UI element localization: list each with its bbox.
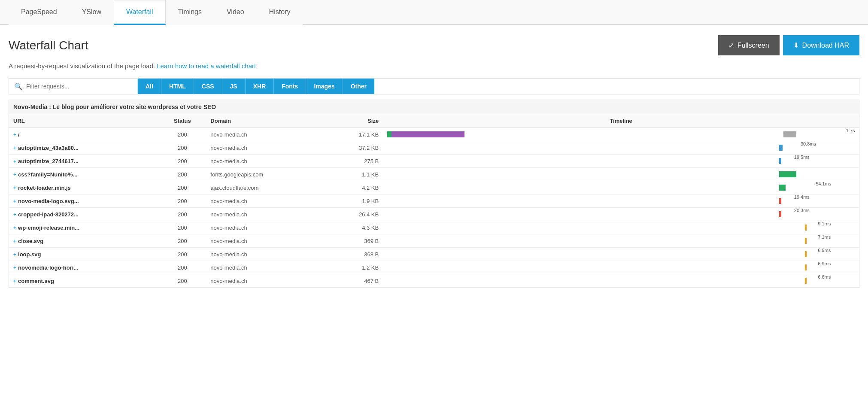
col-url: URL xyxy=(9,114,158,128)
expand-icon[interactable]: + xyxy=(13,212,16,218)
row-url: +close.svg xyxy=(9,234,158,248)
table-row[interactable]: +cropped-ipad-820272...200novo-media.ch2… xyxy=(9,208,859,221)
tab-history[interactable]: History xyxy=(257,0,303,25)
filter-btn-fonts[interactable]: Fonts xyxy=(274,79,306,94)
timeline-green-bar xyxy=(387,131,392,137)
timeline-label: 9.1ms xyxy=(818,221,831,226)
table-row[interactable]: +wp-emoji-release.min...200novo-media.ch… xyxy=(9,221,859,234)
expand-icon[interactable]: + xyxy=(13,278,16,284)
timeline-label: 30.8ms xyxy=(801,141,816,146)
filter-btn-images[interactable]: Images xyxy=(306,79,343,94)
row-status: 200 xyxy=(158,234,206,248)
download-har-button[interactable]: ⬇ Download HAR xyxy=(783,35,859,55)
tab-waterfall[interactable]: Waterfall xyxy=(114,0,166,25)
expand-icon[interactable]: + xyxy=(13,252,16,258)
row-url: +/ xyxy=(9,128,158,141)
table-row[interactable]: +novo-media-logo.svg...200novo-media.ch1… xyxy=(9,194,859,208)
timeline-label: 20.3ms xyxy=(794,208,810,213)
filter-buttons: All HTML CSS JS XHR Fonts Images Other xyxy=(138,79,374,94)
row-url: +comment.svg xyxy=(9,274,158,288)
row-url: +novo-media-logo.svg... xyxy=(9,194,158,208)
fullscreen-label: Fullscreen xyxy=(737,42,769,49)
row-timeline: 7.1ms xyxy=(383,234,859,248)
table-row[interactable]: +rocket-loader.min.js200ajax.cloudflare.… xyxy=(9,181,859,194)
row-domain: novo-media.ch xyxy=(206,128,328,141)
expand-icon[interactable]: + xyxy=(13,265,16,271)
download-icon: ⬇ xyxy=(793,41,799,49)
row-size: 17.1 KB xyxy=(328,128,383,141)
expand-icon[interactable]: + xyxy=(13,172,16,178)
row-url: +loop.svg xyxy=(9,248,158,261)
row-size: 4.3 KB xyxy=(328,221,383,234)
timeline-label: 54.1ms xyxy=(816,181,831,186)
table-row[interactable]: +close.svg200novo-media.ch369 B7.1ms xyxy=(9,234,859,248)
timeline-label: 7.1ms xyxy=(818,234,831,240)
row-domain: novo-media.ch xyxy=(206,234,328,248)
row-status: 200 xyxy=(158,248,206,261)
timeline-bar xyxy=(805,225,807,231)
table-row[interactable]: +loop.svg200novo-media.ch368 B6.9ms xyxy=(9,248,859,261)
timeline-label: 19.4ms xyxy=(794,194,810,200)
row-domain: novo-media.ch xyxy=(206,248,328,261)
filter-bar: 🔍 All HTML CSS JS XHR Fonts Images Other xyxy=(9,78,859,94)
filter-btn-js[interactable]: JS xyxy=(222,79,246,94)
timeline-bar xyxy=(779,198,781,204)
row-size: 369 B xyxy=(328,234,383,248)
timeline-green-bar xyxy=(779,171,783,177)
row-size: 368 B xyxy=(328,248,383,261)
timeline-bar xyxy=(387,131,464,137)
timeline-bar xyxy=(779,145,783,151)
expand-icon[interactable]: + xyxy=(13,185,16,191)
timeline-bar xyxy=(805,238,807,244)
row-domain: novo-media.ch xyxy=(206,221,328,234)
filter-btn-css[interactable]: CSS xyxy=(194,79,222,94)
expand-icon[interactable]: + xyxy=(13,238,16,244)
expand-icon[interactable]: + xyxy=(13,158,16,164)
row-url: +css?family=Nunito%... xyxy=(9,168,158,181)
filter-btn-all[interactable]: All xyxy=(138,79,161,94)
tab-timings[interactable]: Timings xyxy=(166,0,214,25)
row-timeline: 30.8ms xyxy=(383,141,859,155)
table-row[interactable]: +/200novo-media.ch17.1 KB1.7s xyxy=(9,128,859,141)
row-url: +rocket-loader.min.js xyxy=(9,181,158,194)
row-domain: novo-media.ch xyxy=(206,208,328,221)
row-size: 1.2 KB xyxy=(328,261,383,274)
fullscreen-button[interactable]: ⤢ Fullscreen xyxy=(718,35,780,55)
row-size: 275 B xyxy=(328,155,383,168)
table-row[interactable]: +novomedia-logo-hori...200novo-media.ch1… xyxy=(9,261,859,274)
header-buttons: ⤢ Fullscreen ⬇ Download HAR xyxy=(718,35,859,55)
expand-icon[interactable]: + xyxy=(13,132,16,138)
row-status: 200 xyxy=(158,261,206,274)
table-row[interactable]: +autoptimize_43a3a80...200novo-media.ch3… xyxy=(9,141,859,155)
expand-icon[interactable]: + xyxy=(13,225,16,231)
search-input[interactable] xyxy=(26,83,132,90)
row-timeline: 20.3ms xyxy=(383,208,859,221)
row-size: 467 B xyxy=(328,274,383,288)
expand-icon[interactable]: + xyxy=(13,198,16,204)
row-size: 37.2 KB xyxy=(328,141,383,155)
learn-link[interactable]: Learn how to read a waterfall chart xyxy=(157,62,256,70)
row-url: +autoptimize_43a3a80... xyxy=(9,141,158,155)
expand-icon[interactable]: + xyxy=(13,145,16,151)
filter-btn-other[interactable]: Other xyxy=(343,79,374,94)
table-row[interactable]: +css?family=Nunito%...200fonts.googleapi… xyxy=(9,168,859,181)
filter-search-area: 🔍 xyxy=(9,79,138,94)
tab-video[interactable]: Video xyxy=(214,0,257,25)
search-icon: 🔍 xyxy=(14,82,23,91)
filter-btn-html[interactable]: HTML xyxy=(161,79,194,94)
timeline-bar xyxy=(805,264,807,270)
table-row[interactable]: +autoptimize_2744617...200novo-media.ch2… xyxy=(9,155,859,168)
tab-pagespeed[interactable]: PageSpeed xyxy=(9,0,70,25)
tab-yslow[interactable]: YSlow xyxy=(70,0,114,25)
row-timeline: 6.9ms xyxy=(383,248,859,261)
column-headers: URL Status Domain Size Timeline xyxy=(9,114,859,128)
timeline-bar xyxy=(779,158,781,164)
row-size: 26.4 KB xyxy=(328,208,383,221)
page-content: Waterfall Chart ⤢ Fullscreen ⬇ Download … xyxy=(0,25,868,288)
row-status: 200 xyxy=(158,194,206,208)
timeline-bar xyxy=(805,278,807,284)
filter-btn-xhr[interactable]: XHR xyxy=(246,79,274,94)
table-row[interactable]: +comment.svg200novo-media.ch467 B6.6ms xyxy=(9,274,859,288)
row-domain: novo-media.ch xyxy=(206,141,328,155)
row-timeline: 19.5ms xyxy=(383,155,859,168)
